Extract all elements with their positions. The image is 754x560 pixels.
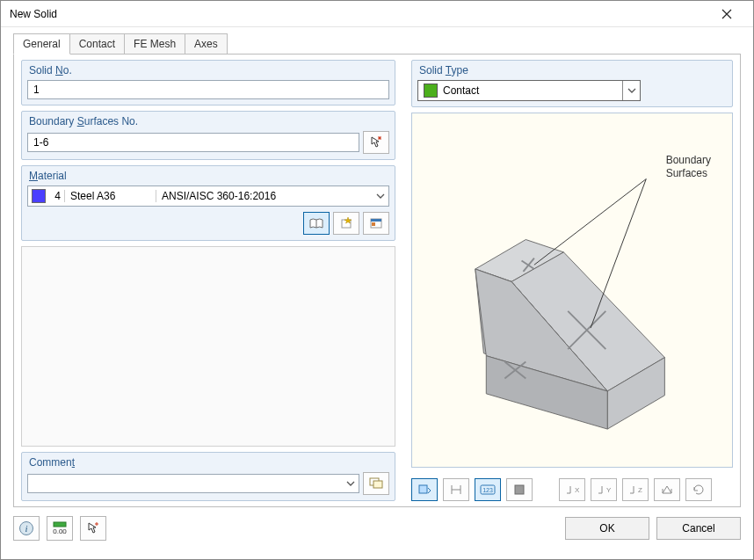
group-boundary-surfaces: Boundary Surfaces No.: [21, 111, 395, 160]
svg-line-14: [534, 179, 646, 265]
solid-type-dropdown-button[interactable]: [622, 81, 640, 100]
material-select[interactable]: 4 Steel A36 ANSI/AISC 360-16:2016: [27, 185, 389, 207]
rotate-icon: [692, 484, 706, 496]
svg-rect-25: [54, 522, 66, 527]
solid-no-input[interactable]: [27, 80, 389, 99]
axis-x-icon: X: [565, 484, 579, 496]
close-icon: [721, 9, 732, 19]
new-icon: [339, 217, 353, 229]
close-button[interactable]: [709, 2, 744, 26]
svg-text:i: i: [25, 523, 27, 534]
preview-area: Boundary Surfaces: [411, 113, 733, 468]
comment-dropdown-button[interactable]: [346, 481, 355, 486]
label-material: Material: [29, 170, 389, 182]
solid-type-swatch: [424, 84, 438, 98]
group-solid-type: Solid Type Contact: [411, 60, 733, 107]
help-button[interactable]: i: [13, 516, 40, 541]
boundary-surfaces-input[interactable]: [27, 133, 359, 152]
solid-type-select[interactable]: Contact: [417, 80, 641, 101]
fill-button[interactable]: [506, 478, 533, 501]
tabs-row: General Contact FE Mesh Axes: [1, 31, 753, 54]
axis-y-button[interactable]: Y: [591, 478, 617, 501]
material-edit-button[interactable]: [363, 212, 389, 235]
material-standard: ANSI/AISC 360-16:2016: [156, 190, 373, 202]
preview-toolbar: 123 X Y Z: [411, 478, 733, 501]
window-title: New Solid: [10, 8, 57, 20]
svg-text:123: 123: [482, 487, 493, 493]
rotate-button[interactable]: [685, 478, 712, 501]
tab-general[interactable]: General: [13, 33, 70, 55]
calc-icon: 0.00: [52, 521, 68, 535]
axis-x-button[interactable]: X: [559, 478, 585, 501]
display-options-button[interactable]: [411, 478, 438, 501]
svg-line-15: [591, 179, 646, 329]
dimension-button[interactable]: [443, 478, 469, 501]
dimension-icon: [449, 484, 463, 496]
preview-annotation-label: Boundary Surfaces: [666, 154, 711, 180]
fill-icon: [513, 484, 526, 496]
tab-panel: Solid No. Boundary Surfaces No.: [13, 54, 741, 507]
solid-type-value: Contact: [443, 84, 622, 97]
edit-icon: [369, 217, 383, 229]
tab-fe-mesh[interactable]: FE Mesh: [124, 33, 185, 54]
material-dropdown-button[interactable]: [373, 193, 388, 199]
label-solid-type: Solid Type: [419, 64, 727, 76]
units-button[interactable]: 0.00: [47, 516, 73, 541]
chevron-down-icon: [376, 193, 385, 199]
dialog-window: New Solid General Contact FE Mesh Axes S…: [0, 0, 754, 560]
material-new-button[interactable]: [333, 212, 359, 235]
help-icon: i: [18, 520, 34, 536]
svg-rect-2: [371, 219, 381, 222]
reset-view-button[interactable]: [654, 478, 680, 501]
show-numbers-icon: 123: [480, 484, 496, 495]
library-icon: [309, 217, 323, 229]
comment-manage-button[interactable]: [363, 472, 389, 495]
axis-z-button[interactable]: Z: [622, 478, 649, 501]
group-comment: Comment: [21, 452, 395, 501]
material-color-swatch: [32, 189, 46, 203]
label-comment: Comment: [29, 456, 389, 469]
reset-view-icon: [660, 484, 674, 496]
material-name: Steel A36: [65, 190, 156, 202]
cancel-button[interactable]: Cancel: [656, 517, 741, 540]
pick-in-model-button[interactable]: [80, 516, 106, 541]
label-boundary-surfaces: Boundary Surfaces No.: [29, 115, 389, 127]
svg-text:Z: Z: [638, 486, 642, 494]
svg-rect-16: [419, 485, 427, 493]
bottom-bar: i 0.00 OK Cancel: [1, 507, 753, 551]
display-options-icon: [417, 484, 431, 496]
svg-rect-19: [515, 485, 524, 494]
ok-button[interactable]: OK: [565, 517, 649, 540]
pick-surfaces-button[interactable]: [363, 131, 389, 154]
svg-text:0.00: 0.00: [53, 527, 67, 535]
group-solid-no: Solid No.: [21, 60, 395, 105]
comments-icon: [369, 477, 383, 490]
number-button[interactable]: 123: [475, 478, 501, 501]
svg-rect-5: [373, 481, 382, 488]
chevron-down-icon: [346, 481, 355, 486]
svg-text:X: X: [575, 486, 579, 494]
chevron-down-icon: [627, 88, 636, 93]
group-material: Material 4 Steel A36 ANSI/AISC 360-16:20…: [21, 165, 395, 241]
material-number: 4: [49, 190, 65, 202]
material-library-button[interactable]: [303, 212, 330, 235]
svg-text:Y: Y: [606, 486, 611, 494]
titlebar: New Solid: [1, 1, 753, 27]
axis-z-icon: Z: [628, 484, 642, 496]
svg-rect-3: [372, 222, 375, 226]
tab-contact[interactable]: Contact: [69, 33, 125, 54]
label-solid-no: Solid No.: [29, 64, 389, 76]
comment-combo[interactable]: [27, 474, 359, 493]
axis-y-icon: Y: [597, 484, 611, 496]
tab-axes[interactable]: Axes: [185, 33, 228, 54]
empty-panel: [21, 246, 395, 447]
pick-icon: [86, 521, 100, 535]
pick-icon: [369, 135, 383, 149]
